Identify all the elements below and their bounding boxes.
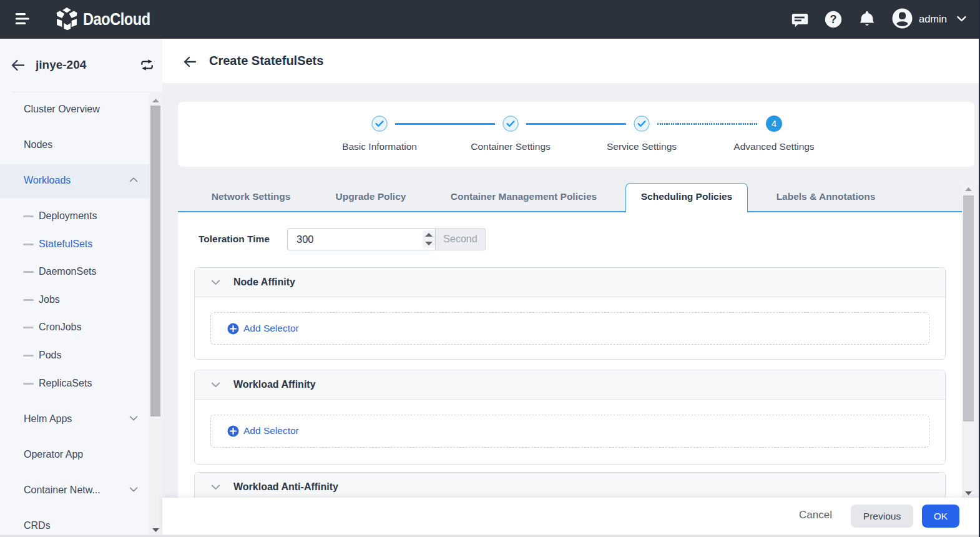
svg-text:?: ? — [830, 13, 837, 26]
